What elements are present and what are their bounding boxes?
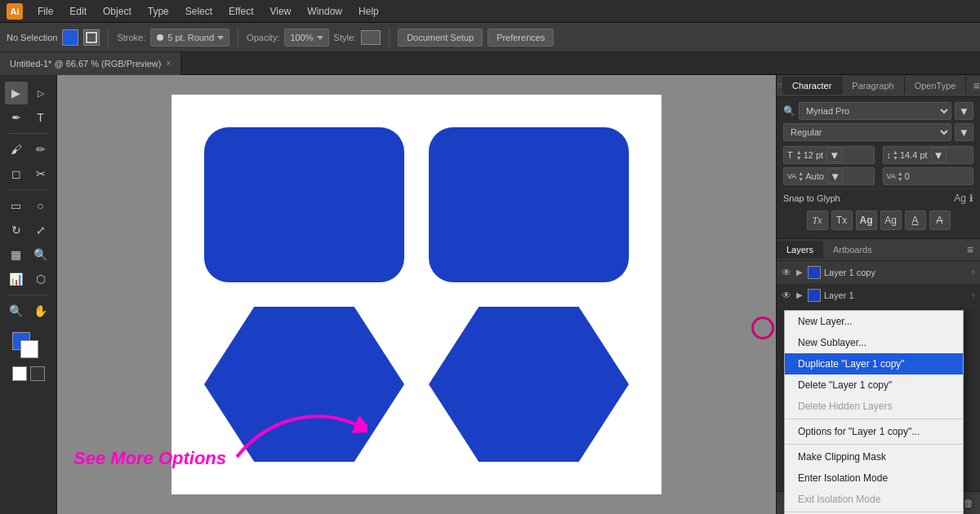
ctx-enter-isolation[interactable]: Enter Isolation Mode (785, 467, 963, 489)
document-setup-button[interactable]: Document Setup (398, 29, 483, 47)
fill-swatch[interactable] (62, 29, 78, 46)
tab-opentype[interactable]: OpenType (905, 77, 967, 95)
blend-tool[interactable]: ⬡ (29, 268, 52, 290)
menu-select[interactable]: Select (179, 4, 219, 19)
ctx-exit-isolation: Exit Isolation Mode (785, 489, 963, 510)
menu-object[interactable]: Object (96, 4, 138, 19)
hand-tool[interactable]: ✋ (29, 299, 52, 322)
menu-help[interactable]: Help (352, 4, 385, 19)
rotate-tool[interactable]: ↻ (5, 219, 28, 241)
leading-up[interactable]: ▲ (893, 149, 898, 155)
stroke-value-text: 5 pt. Round (167, 33, 214, 42)
font-style-row: Regular ▼ (783, 123, 973, 141)
direct-select-tool[interactable]: ▷ (29, 82, 52, 104)
eyedropper-tool[interactable]: 🔍 (29, 243, 52, 266)
layer-row-1[interactable]: 👁 ▶ Layer 1 ○ (777, 284, 980, 307)
type-btn-ag-upper[interactable]: Ag (856, 210, 877, 230)
menu-edit[interactable]: Edit (63, 4, 93, 19)
scale-tool[interactable]: ⤢ (29, 219, 52, 241)
menu-effect[interactable]: Effect (222, 4, 260, 19)
layer-copy-eye[interactable]: 👁 (782, 267, 793, 278)
document-tab[interactable]: Untitled-1* @ 66.67 % (RGB/Preview) × (0, 52, 181, 75)
eraser-tool[interactable]: ◻ (5, 162, 28, 185)
layers-menu-icon[interactable]: ≡ (960, 239, 980, 260)
scissors-tool[interactable]: ✂ (29, 162, 52, 185)
stroke-swatch[interactable] (83, 29, 100, 46)
snap-icon-ag[interactable]: Ag (954, 193, 966, 204)
ctx-options[interactable]: Options for "Layer 1 copy"... (785, 421, 963, 442)
type-btn-tx-sans[interactable]: Tx (831, 210, 853, 230)
kerning-arrows[interactable]: ▲ ▼ (798, 171, 804, 182)
screen-mode-icon[interactable] (12, 366, 27, 381)
ctx-delete-layer-copy[interactable]: Delete "Layer 1 copy" (785, 374, 963, 396)
font-name-select[interactable]: Myriad Pro (799, 102, 951, 120)
graph-tool[interactable]: 📊 (5, 268, 28, 290)
pencil-tool[interactable]: ✏ (29, 138, 52, 161)
snap-to-glyph-label: Snap to Glyph (783, 193, 840, 203)
separator-3 (389, 28, 390, 47)
tab-character[interactable]: Character (782, 77, 842, 95)
kerning-up[interactable]: ▲ (798, 171, 804, 176)
type-btn-a-strikethrough[interactable]: A (929, 210, 951, 230)
preferences-button[interactable]: Preferences (488, 29, 554, 47)
type-btn-ag-lower[interactable]: Ag (880, 210, 902, 230)
menu-window[interactable]: Window (301, 4, 349, 19)
ctx-new-sublayer[interactable]: New Sublayer... (785, 332, 963, 353)
layers-menu-highlight-circle (751, 317, 774, 339)
font-size-arrows[interactable]: ▲ ▼ (796, 149, 802, 161)
layer-copy-expand[interactable]: ▶ (796, 268, 804, 277)
tab-paragraph[interactable]: Paragraph (842, 77, 904, 95)
font-dropdown-button[interactable]: ▼ (955, 102, 973, 120)
ctx-new-layer[interactable]: New Layer... (785, 311, 963, 332)
menu-view[interactable]: View (264, 4, 298, 19)
layer-1-target[interactable]: ○ (971, 291, 975, 299)
font-style-dropdown-button[interactable]: ▼ (955, 123, 973, 141)
rect-tool[interactable]: ▭ (5, 194, 28, 217)
delete-layer-icon[interactable]: 🗑 (964, 498, 973, 509)
font-style-select[interactable]: Regular (783, 123, 951, 141)
shape-hex-bottomright (429, 307, 629, 462)
opacity-box[interactable]: 100% (284, 29, 328, 47)
document-tab-close[interactable]: × (166, 59, 171, 68)
canvas-area: See More Options (57, 75, 776, 514)
type-btn-tx-serif[interactable]: Tx (807, 210, 828, 230)
ctx-make-clipping[interactable]: Make Clipping Mask (785, 446, 963, 467)
panel-menu-icon[interactable]: ≡ (966, 75, 980, 96)
tool-sep-1 (8, 133, 49, 134)
layer-copy-target[interactable]: ○ (971, 268, 975, 276)
text-tool[interactable]: T (29, 106, 52, 129)
gradient-tool[interactable]: ▦ (5, 243, 28, 266)
leading-arrows[interactable]: ▲ ▼ (893, 149, 898, 161)
stroke-value-box[interactable]: 5 pt. Round (150, 29, 229, 47)
menu-type[interactable]: Type (141, 4, 176, 19)
font-size-down[interactable]: ▼ (796, 155, 802, 161)
tracking-arrows[interactable]: ▲ ▼ (898, 171, 903, 182)
type-btn-a-underline[interactable]: A (905, 210, 926, 230)
tab-layers[interactable]: Layers (777, 241, 823, 259)
pen-tool[interactable]: ✒ (5, 106, 28, 129)
tracking-up[interactable]: ▲ (898, 171, 903, 176)
kerning-down[interactable]: ▼ (798, 176, 804, 182)
ctx-duplicate-layer[interactable]: Duplicate "Layer 1 copy" (785, 353, 963, 374)
background-swatch[interactable] (20, 340, 38, 358)
snap-icon-info[interactable]: ℹ (969, 193, 973, 204)
font-size-dropdown[interactable]: ▼ (826, 148, 842, 162)
leading-dropdown[interactable]: ▼ (931, 148, 947, 162)
zoom-tool[interactable]: 🔍 (5, 299, 28, 322)
ctx-sep-2 (785, 444, 963, 445)
panel-drag-handle[interactable]: ⠿ (777, 82, 782, 91)
brush-tool[interactable]: 🖌 (5, 138, 28, 161)
tab-artboards[interactable]: Artboards (823, 241, 882, 259)
layer-row-copy[interactable]: 👁 ▶ Layer 1 copy ○ (777, 261, 980, 284)
mask-mode-icon[interactable] (30, 366, 45, 381)
kerning-dropdown[interactable]: ▼ (827, 169, 843, 184)
style-swatch[interactable] (361, 30, 381, 45)
font-size-up[interactable]: ▲ (796, 149, 802, 155)
layer-1-expand[interactable]: ▶ (796, 290, 804, 299)
select-tool[interactable]: ▶ (5, 82, 28, 104)
layer-1-eye[interactable]: 👁 (782, 290, 793, 301)
menu-file[interactable]: File (31, 4, 60, 19)
tracking-down[interactable]: ▼ (898, 176, 903, 182)
ellipse-tool[interactable]: ○ (29, 194, 52, 217)
leading-down[interactable]: ▼ (893, 155, 898, 161)
